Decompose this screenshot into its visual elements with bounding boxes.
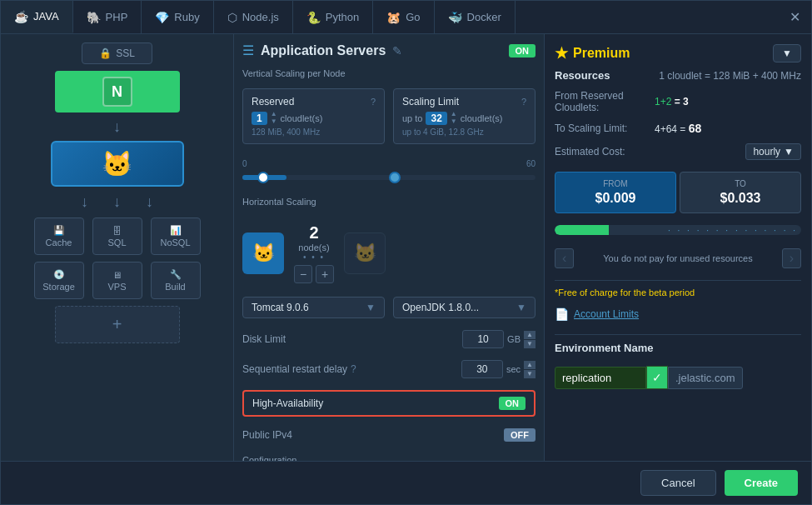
to-cost-value: $0.033 xyxy=(687,191,794,206)
star-icon: ★ xyxy=(555,44,568,62)
public-ipv4-row: Public IPv4 OFF xyxy=(242,428,536,442)
scaling-spinner[interactable]: ▲ ▼ xyxy=(451,111,457,125)
tab-java[interactable]: ☕ JAVA xyxy=(1,1,73,33)
tab-php[interactable]: 🐘 PHP xyxy=(73,1,142,33)
tomcat-icon: 🐱 xyxy=(102,149,132,178)
slider-labels: 0 60 xyxy=(242,159,536,168)
nginx-node[interactable]: N xyxy=(55,71,180,112)
premium-title-row: ★ Premium ▼ xyxy=(555,44,801,62)
slider-thumb-left[interactable] xyxy=(257,172,269,183)
reserved-help[interactable]: ? xyxy=(371,97,376,107)
restart-value-input[interactable] xyxy=(461,360,503,378)
to-scaling-nums: 4+64 = xyxy=(655,123,689,135)
env-name-input[interactable] xyxy=(555,367,646,389)
disabled-node-icon: 🐱 xyxy=(344,232,386,274)
cache-button[interactable]: 💾 Cache xyxy=(34,218,84,255)
config-section: Configuration [-] Variables 📦 Volumes 🔗 … xyxy=(242,455,536,461)
node-count: 2 xyxy=(309,223,318,242)
next-arrow-button[interactable]: › xyxy=(782,248,801,268)
restart-down-button[interactable]: ▼ xyxy=(524,370,536,378)
tab-nodejs[interactable]: ⬡ Node.js xyxy=(214,1,293,33)
storage-button[interactable]: 💿 Storage xyxy=(34,262,84,299)
cancel-button[interactable]: Cancel xyxy=(640,470,715,496)
reserved-spinner[interactable]: ▲ ▼ xyxy=(271,111,277,125)
estimated-cost-dropdown[interactable]: hourly ▼ xyxy=(745,143,801,160)
free-charge-text: *Free of charge for the beta period xyxy=(555,288,801,298)
scaling-value: 32 xyxy=(426,112,446,125)
from-reserved-green: 1+2 xyxy=(655,96,671,108)
est-caret-icon: ▼ xyxy=(784,146,794,158)
down-arrow-2: ↓ xyxy=(81,193,88,211)
slider-container: 0 60 xyxy=(242,156,536,190)
vps-button[interactable]: 🖥 VPS xyxy=(92,262,142,299)
center-panel: ☰ Application Servers ✎ ON Vertical Scal… xyxy=(234,34,545,461)
disk-down-button[interactable]: ▼ xyxy=(524,340,536,348)
ha-toggle[interactable]: ON xyxy=(499,397,526,410)
down-arrow-1: ↓ xyxy=(113,119,121,134)
vps-label: VPS xyxy=(107,282,126,292)
go-icon: 🐹 xyxy=(386,11,401,24)
sql-button[interactable]: 🗄 SQL xyxy=(92,218,142,255)
scaling-unit: cloudlet(s) xyxy=(461,113,503,123)
divider-1 xyxy=(555,280,801,281)
slider-track[interactable] xyxy=(242,175,536,180)
env-name-label: Environment Name xyxy=(555,342,801,354)
tab-docker[interactable]: 🐳 Docker xyxy=(435,1,516,33)
estimated-cost-label: Estimated Cost: xyxy=(555,146,745,158)
env-suffix-label: .jelastic.com xyxy=(668,367,743,389)
build-button[interactable]: 🔧 Build xyxy=(151,262,201,299)
from-cost-value: $0.009 xyxy=(562,191,669,206)
sql-label: SQL xyxy=(107,238,126,248)
main-toggle-on[interactable]: ON xyxy=(509,44,536,58)
restart-help-icon[interactable]: ? xyxy=(351,363,356,375)
close-button[interactable]: ✕ xyxy=(778,1,811,33)
divider-2 xyxy=(555,334,801,335)
node-minus-button[interactable]: − xyxy=(294,265,312,283)
scaling-help[interactable]: ? xyxy=(521,97,526,107)
ha-label: High-Availability xyxy=(252,398,323,409)
cache-icon: 💾 xyxy=(53,225,65,236)
doc-icon: 📄 xyxy=(555,308,569,321)
slider-thumb-right[interactable] xyxy=(389,172,401,183)
cost-boxes: FROM $0.009 TO $0.033 xyxy=(555,172,801,213)
from-cost-label: FROM xyxy=(562,179,669,188)
create-button[interactable]: Create xyxy=(725,470,798,496)
prev-arrow-button[interactable]: ‹ xyxy=(555,248,574,268)
java-icon: ☕ xyxy=(14,10,28,23)
to-scaling-label: To Scaling Limit: xyxy=(555,122,655,134)
vertical-scaling-label: Vertical Scaling per Node xyxy=(242,68,536,78)
ipv4-toggle[interactable]: OFF xyxy=(504,428,536,442)
tomcat-node[interactable]: 🐱 xyxy=(51,141,184,187)
node-plus-button[interactable]: + xyxy=(316,265,334,283)
restart-up-button[interactable]: ▲ xyxy=(524,361,536,369)
scaling-limit-title: Scaling Limit ? xyxy=(402,96,526,108)
edit-icon[interactable]: ✎ xyxy=(392,44,402,58)
to-scaling-value: 4+64 = 68 xyxy=(655,122,701,135)
premium-title: ★ Premium xyxy=(555,44,630,62)
disk-value-input[interactable] xyxy=(462,330,504,348)
storage-label: Storage xyxy=(42,282,75,292)
slider-min: 0 xyxy=(242,159,247,168)
tab-python[interactable]: 🐍 Python xyxy=(293,1,373,33)
from-reserved-value: 1+2 = 3 xyxy=(655,96,689,108)
restart-spinner[interactable]: ▲ ▼ xyxy=(524,361,536,378)
active-node-icon: 🐱 xyxy=(242,232,284,274)
tab-ruby[interactable]: 💎 Ruby xyxy=(142,1,213,33)
vps-icon: 🖥 xyxy=(112,270,122,280)
disk-spinner[interactable]: ▲ ▼ xyxy=(524,331,536,348)
to-scaling-row: To Scaling Limit: 4+64 = 68 xyxy=(555,122,801,135)
storage-row: 💿 Storage 🖥 VPS 🔧 Build xyxy=(34,262,201,299)
tab-go[interactable]: 🐹 Go xyxy=(373,1,434,33)
nosql-button[interactable]: 📊 NoSQL xyxy=(151,218,201,255)
ssl-button[interactable]: 🔒 SSL xyxy=(82,42,152,64)
tomcat-dropdown[interactable]: Tomcat 9.0.6 ▼ xyxy=(242,297,385,318)
openjdk-dropdown[interactable]: OpenJDK 1.8.0... ▼ xyxy=(393,297,536,318)
account-limits-link[interactable]: Account Limits xyxy=(574,308,639,320)
resource-usage-bar: · · · · · · · · · · · · · · xyxy=(555,225,801,235)
disk-up-button[interactable]: ▲ xyxy=(524,331,536,339)
premium-dropdown[interactable]: ▼ xyxy=(773,44,801,62)
php-icon: 🐘 xyxy=(87,11,101,24)
add-node-button[interactable]: + xyxy=(55,306,180,343)
scaling-sub: up to 4 GiB, 12.8 GHz xyxy=(402,128,526,137)
main-dialog: ☕ JAVA 🐘 PHP 💎 Ruby ⬡ Node.js 🐍 Python 🐹… xyxy=(0,0,812,505)
